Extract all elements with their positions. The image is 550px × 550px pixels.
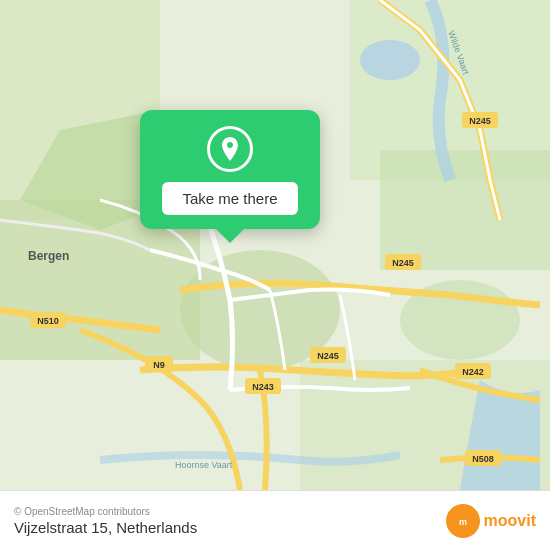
- svg-rect-6: [380, 150, 550, 270]
- svg-text:N245: N245: [392, 258, 414, 268]
- svg-text:N245: N245: [317, 351, 339, 361]
- svg-text:N243: N243: [252, 382, 274, 392]
- svg-text:N9: N9: [153, 360, 165, 370]
- svg-point-9: [360, 40, 420, 80]
- location-info: © OpenStreetMap contributors Vijzelstraa…: [14, 506, 197, 536]
- map-view: N245 N245 N245 N243 N242 N510 N9 N508 Be…: [0, 0, 550, 490]
- svg-text:m: m: [459, 517, 467, 527]
- svg-text:N245: N245: [469, 116, 491, 126]
- svg-text:Hoornse Vaart: Hoornse Vaart: [175, 460, 233, 470]
- moovit-label: moovit: [484, 512, 536, 530]
- svg-text:N508: N508: [472, 454, 494, 464]
- copyright-text: © OpenStreetMap contributors: [14, 506, 197, 517]
- moovit-icon: m: [446, 504, 480, 538]
- svg-text:N510: N510: [37, 316, 59, 326]
- take-me-there-button[interactable]: Take me there: [162, 182, 297, 215]
- address-text: Vijzelstraat 15, Netherlands: [14, 519, 197, 536]
- location-popup: Take me there: [140, 110, 320, 229]
- svg-text:N242: N242: [462, 367, 484, 377]
- info-bar: © OpenStreetMap contributors Vijzelstraa…: [0, 490, 550, 550]
- moovit-logo: m moovit: [446, 504, 536, 538]
- location-icon: [207, 126, 253, 172]
- svg-text:Bergen: Bergen: [28, 249, 69, 263]
